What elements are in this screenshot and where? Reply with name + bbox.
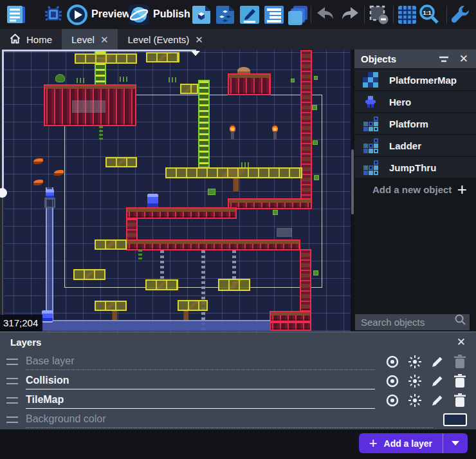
layer-name-field[interactable]: Background color: [26, 412, 433, 428]
add-object-icon[interactable]: [190, 4, 212, 26]
scene-redrow[interactable]: [270, 322, 311, 331]
project-manager-icon[interactable]: [5, 4, 27, 26]
plus-icon[interactable]: +: [457, 181, 467, 198]
object-item-platformermap[interactable]: PlatformerMap: [354, 70, 476, 90]
scene-reddirt[interactable]: [270, 311, 311, 322]
scene-green[interactable]: [273, 210, 278, 215]
edit-pencil-icon[interactable]: [430, 355, 444, 369]
close-panel-icon[interactable]: ✕: [459, 53, 468, 64]
close-tab-icon[interactable]: ✕: [195, 35, 203, 44]
object-item-ladder[interactable]: Ladder: [354, 135, 476, 156]
scene-ladder[interactable]: [198, 80, 210, 168]
effects-icon[interactable]: [408, 355, 422, 369]
effects-icon[interactable]: [408, 393, 422, 407]
publish-icon[interactable]: [128, 4, 150, 26]
scene-chain[interactable]: [201, 250, 205, 331]
canvas-top-scroll-marker[interactable]: [191, 51, 200, 56]
add-layer-dropdown-button[interactable]: [443, 433, 468, 453]
scene-grass[interactable]: [120, 77, 127, 82]
redo-icon[interactable]: [339, 4, 361, 26]
debug-icon[interactable]: [42, 4, 64, 26]
scene-reddirt[interactable]: [228, 73, 271, 95]
drag-handle-icon[interactable]: [6, 378, 18, 384]
edit-scene-icon[interactable]: [239, 4, 261, 26]
undo-icon[interactable]: [315, 4, 336, 26]
scene-editor-canvas[interactable]: 317;204: [0, 50, 351, 332]
layer-name-field[interactable]: Base layer: [26, 354, 375, 370]
scene-grass[interactable]: [169, 77, 176, 82]
visibility-eye-icon[interactable]: [385, 393, 399, 407]
visibility-eye-icon[interactable]: [385, 355, 399, 369]
edit-pencil-icon[interactable]: [430, 374, 444, 388]
scene-trunk[interactable]: [112, 311, 117, 321]
scene-ghost[interactable]: [277, 229, 291, 236]
scene-yellow[interactable]: [218, 279, 250, 291]
scene-yellow[interactable]: [75, 53, 137, 64]
scene-water[interactable]: [40, 320, 270, 331]
scene-critter[interactable]: [54, 170, 64, 176]
scene-reddirt[interactable]: [126, 207, 237, 219]
scene-trunk[interactable]: [183, 311, 188, 321]
scene-green[interactable]: [291, 79, 295, 82]
drag-handle-icon[interactable]: [6, 359, 18, 365]
scene-redcol[interactable]: [126, 219, 138, 241]
layers-icon[interactable]: [287, 4, 309, 26]
drag-handle-icon[interactable]: [6, 397, 18, 404]
scene-green[interactable]: [208, 189, 215, 195]
tab-level[interactable]: Level ✕: [62, 29, 118, 50]
tab-home[interactable]: Home: [0, 29, 62, 50]
add-layer-button[interactable]: + Add a layer: [359, 433, 443, 453]
scene-yellow[interactable]: [180, 84, 198, 94]
scene-green[interactable]: [314, 175, 319, 180]
background-color-swatch[interactable]: [443, 413, 467, 426]
settings-icon[interactable]: [450, 4, 471, 26]
canvas-left-scroll-thumb[interactable]: [2, 50, 4, 195]
scene-yellow[interactable]: [145, 279, 178, 290]
scene-yellow[interactable]: [73, 269, 105, 280]
visibility-eye-icon[interactable]: [385, 374, 399, 388]
scene-trunk[interactable]: [233, 178, 239, 191]
scene-yellow[interactable]: [95, 301, 127, 311]
filter-icon[interactable]: [439, 55, 449, 64]
scene-yellow[interactable]: [178, 300, 208, 311]
scene-hero[interactable]: [46, 189, 54, 198]
delete-trash-icon[interactable]: [453, 374, 467, 388]
scene-chain[interactable]: [160, 250, 164, 281]
effects-icon[interactable]: [408, 374, 422, 388]
objects-groups-icon[interactable]: [214, 4, 236, 26]
scene-torch[interactable]: [271, 125, 279, 140]
object-item-jumpthru[interactable]: JumpThru: [354, 157, 476, 178]
scene-redcol[interactable]: [300, 249, 311, 312]
scene-reddirt[interactable]: [228, 198, 312, 209]
scene-redcol[interactable]: [300, 50, 312, 209]
scene-bush[interactable]: [55, 74, 65, 82]
edit-pencil-icon[interactable]: [430, 393, 444, 407]
close-tab-icon[interactable]: ✕: [100, 35, 109, 44]
scene-yellow[interactable]: [146, 52, 179, 62]
scene-hero[interactable]: [147, 194, 158, 207]
drag-handle-icon[interactable]: [6, 417, 18, 423]
scene-green[interactable]: [313, 140, 318, 145]
scene-critter[interactable]: [33, 180, 43, 185]
zoom-1-1-icon[interactable]: 1:1: [418, 4, 440, 26]
events-icon[interactable]: [263, 4, 285, 26]
deselect-icon[interactable]: [368, 4, 390, 26]
scene-yellow[interactable]: [95, 239, 127, 250]
layer-name-field[interactable]: TileMap: [26, 393, 375, 409]
search-objects-input[interactable]: [355, 314, 470, 330]
scene-yellow[interactable]: [165, 167, 302, 178]
scene-vine[interactable]: [138, 250, 142, 260]
scene-grass[interactable]: [241, 162, 249, 167]
grid-icon[interactable]: [396, 4, 418, 26]
delete-trash-icon[interactable]: [453, 393, 467, 407]
tab-level-events[interactable]: Level (Events) ✕: [118, 29, 212, 50]
scene-green[interactable]: [312, 105, 317, 110]
preview-button[interactable]: Preview: [91, 8, 130, 20]
canvas-vertical-scroll-thumb[interactable]: [351, 149, 354, 214]
scene-ghost[interactable]: [73, 101, 105, 112]
add-new-object-button[interactable]: Add a new object +: [354, 178, 476, 201]
scene-ghostbox[interactable]: [44, 198, 55, 208]
scene-critter[interactable]: [33, 158, 43, 164]
scene-vine[interactable]: [99, 126, 103, 140]
close-panel-icon[interactable]: ✕: [457, 335, 466, 349]
